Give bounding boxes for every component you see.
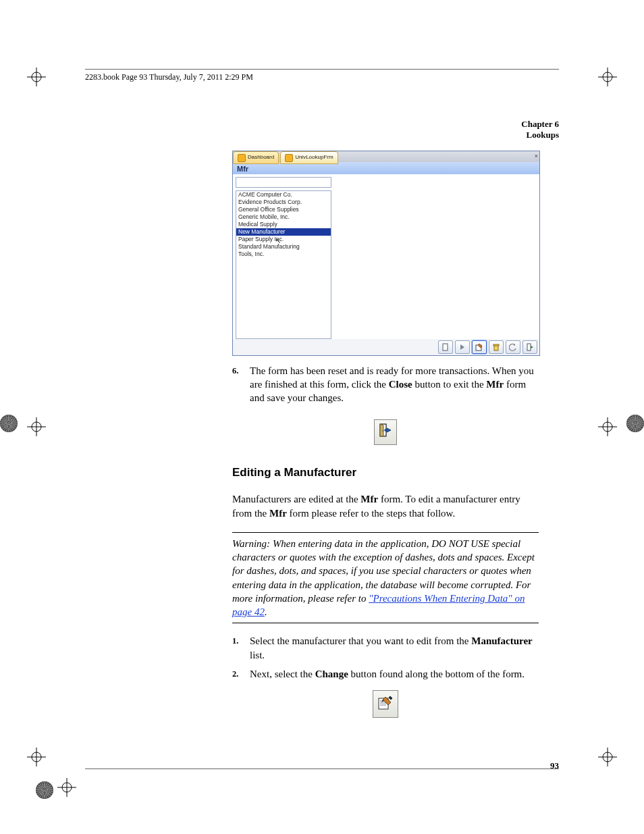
search-input[interactable] — [236, 177, 331, 188]
tab-icon — [285, 154, 293, 162]
step-2: 2. Next, select the Change button found … — [232, 667, 539, 681]
step-number: 2. — [232, 667, 250, 681]
intro-paragraph: Manufacturers are edited at the Mfr form… — [232, 492, 539, 520]
section-heading: Editing a Manufacturer — [232, 465, 539, 481]
bold-mfr: Mfr — [269, 508, 287, 519]
step-body: Next, select the Change button found alo… — [250, 667, 539, 681]
change-edit-icon — [373, 690, 398, 718]
bold-mfr: Mfr — [360, 494, 378, 504]
chapter-title: Lookups — [527, 130, 559, 140]
svg-point-28 — [382, 430, 383, 432]
crop-mark — [27, 748, 46, 766]
registration-rosette — [36, 781, 53, 799]
list-item[interactable]: Standard Manufacturing — [236, 243, 331, 251]
manufacturer-list[interactable]: ACME Computer Co. Evidence Products Corp… — [236, 190, 331, 339]
step-number: 1. — [232, 634, 250, 662]
tab-strip: Dashboard UnivLookupFrm — [233, 151, 539, 162]
warning-block: Warning: When entering data in the appli… — [232, 532, 539, 624]
text: button found along the bottom of the for… — [348, 669, 525, 679]
svg-rect-24 — [493, 344, 499, 346]
bold-mfr: Mfr — [486, 379, 504, 390]
chapter-heading: Chapter 6 Lookups — [85, 119, 559, 141]
crop-mark — [27, 417, 46, 436]
tab-dashboard[interactable]: Dashboard — [233, 151, 279, 164]
close-button[interactable] — [522, 340, 537, 354]
bold-manufacturer: Manufacturer — [471, 635, 533, 646]
list-item[interactable]: General Office Supplies — [236, 206, 331, 213]
list-item[interactable]: Medical Supply — [236, 221, 331, 228]
close-icon-figure — [232, 419, 539, 444]
registration-rosette — [626, 415, 644, 432]
warning-label: Warning: — [232, 538, 273, 549]
list-item[interactable]: Evidence Products Corp. — [236, 199, 331, 206]
crop-mark — [598, 748, 617, 766]
mfr-form-screenshot: Dashboard UnivLookupFrm × Mfr ACME Compu… — [232, 151, 540, 356]
registration-rosette — [0, 415, 18, 432]
crop-mark — [598, 68, 617, 86]
chapter-number: Chapter 6 — [521, 119, 559, 129]
delete-button[interactable] — [489, 340, 504, 354]
text: Manufacturers are edited at the — [232, 494, 360, 504]
list-item[interactable]: ACME Computer Co. — [236, 191, 331, 199]
step-6: 6. The form has been reset and is ready … — [232, 364, 539, 405]
list-item-label: New Manufacturer — [238, 228, 285, 235]
tab-label: Dashboard — [248, 154, 274, 161]
close-door-icon — [374, 419, 397, 444]
text: . — [265, 606, 267, 617]
list-item[interactable]: Tools, Inc. — [236, 251, 331, 258]
tab-univlookupfrm[interactable]: UnivLookupFrm — [280, 151, 338, 164]
list-item[interactable]: Generic Mobile, Inc. — [236, 213, 331, 221]
text: form please refer to the steps that foll… — [287, 508, 455, 519]
tab-label: UnivLookupFrm — [295, 154, 333, 161]
form-toolbar — [233, 339, 539, 355]
crop-mark — [27, 68, 46, 86]
bold-change: Change — [315, 669, 348, 679]
bold-close: Close — [389, 379, 412, 390]
text: Select the manufacturer that you want to… — [250, 635, 471, 646]
step-body: The form has been reset and is ready for… — [250, 364, 539, 405]
tab-icon — [238, 154, 246, 162]
text: Next, select the — [250, 669, 315, 679]
undo-button[interactable] — [506, 340, 520, 354]
page-frame: 2283.book Page 93 Thursday, July 7, 2011… — [85, 69, 559, 769]
next-button[interactable] — [455, 340, 470, 354]
list-item[interactable]: Paper Supply Inc. — [236, 236, 331, 243]
step-1: 1. Select the manufacturer that you want… — [232, 634, 539, 662]
list-item-selected[interactable]: New Manufacturer↖ — [236, 228, 331, 236]
svg-rect-25 — [527, 344, 531, 350]
change-button[interactable] — [472, 340, 487, 354]
crop-mark — [57, 778, 76, 797]
step-body: Select the manufacturer that you want to… — [250, 634, 539, 662]
text: button to exit the — [412, 379, 487, 390]
close-icon[interactable]: × — [535, 152, 538, 160]
page-number: 93 — [550, 760, 559, 771]
form-body: ACME Computer Co. Evidence Products Corp… — [233, 174, 539, 342]
step-number: 6. — [232, 364, 250, 405]
crop-mark — [598, 417, 617, 436]
change-icon-figure — [232, 690, 539, 718]
text: list. — [250, 650, 265, 660]
running-head: 2283.book Page 93 Thursday, July 7, 2011… — [85, 70, 559, 86]
new-button[interactable] — [438, 340, 453, 354]
